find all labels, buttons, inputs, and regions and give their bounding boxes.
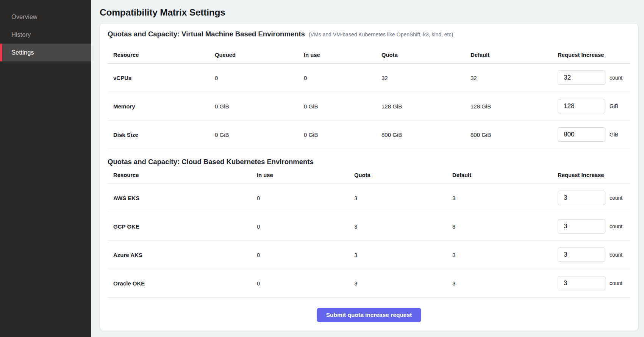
main-content: Compatibility Matrix Settings Quotas and… [91, 0, 644, 337]
cell-default: 3 [452, 252, 558, 258]
cloud-quota-table: Resource In use Quota Default Request In… [108, 166, 631, 298]
unit-label: GiB [610, 132, 618, 138]
vm-section-heading: Quotas and Capacity: Virtual Machine Bas… [108, 30, 630, 38]
table-row-azure-aks: Azure AKS 0 3 3 count [108, 241, 631, 269]
cloud-section-title: Quotas and Capacity: Cloud Based Kuberne… [108, 158, 630, 166]
unit-label: count [610, 75, 622, 81]
column-header-quota: Quota [381, 52, 470, 58]
cell-request-increase: GiB [558, 127, 631, 142]
aws-eks-request-increase-input[interactable] [558, 191, 605, 205]
cell-default: 800 GiB [470, 132, 558, 138]
sidebar-nav: Overview History Settings [0, 8, 91, 61]
page-title: Compatibility Matrix Settings [100, 7, 638, 18]
cell-in-use: 0 [257, 280, 354, 287]
cell-quota: 3 [354, 223, 452, 230]
column-header-request-increase: Request Increase [558, 172, 631, 178]
column-header-queued: Queued [215, 52, 304, 58]
button-row: Submit quota increase request [108, 308, 630, 322]
cell-in-use: 0 GiB [304, 132, 381, 138]
azure-aks-request-increase-input[interactable] [558, 248, 605, 262]
cell-in-use: 0 GiB [304, 103, 381, 110]
table-row-gcp-gke: GCP GKE 0 3 3 count [108, 212, 631, 241]
cell-quota: 32 [381, 75, 470, 81]
cell-resource: AWS EKS [108, 195, 257, 201]
gcp-gke-request-increase-input[interactable] [558, 219, 605, 234]
cell-in-use: 0 [257, 195, 354, 201]
sidebar-item-settings[interactable]: Settings [0, 44, 91, 61]
cell-in-use: 0 [257, 252, 354, 258]
cell-queued: 0 [215, 75, 304, 81]
cell-default: 32 [470, 75, 558, 81]
table-row-aws-eks: AWS EKS 0 3 3 count [108, 184, 631, 212]
vm-section-title: Quotas and Capacity: Virtual Machine Bas… [108, 30, 305, 38]
cell-quota: 3 [354, 195, 452, 201]
cell-in-use: 0 [257, 223, 354, 230]
cell-resource: GCP GKE [108, 223, 257, 230]
cell-quota: 3 [354, 252, 452, 258]
column-header-resource: Resource [108, 52, 215, 58]
column-header-quota: Quota [354, 172, 452, 178]
column-header-in-use: In use [257, 172, 354, 178]
table-row-vcpus: vCPUs 0 0 32 32 count [108, 64, 631, 92]
unit-label: count [610, 252, 622, 258]
column-header-resource: Resource [108, 172, 257, 178]
oracle-oke-request-increase-input[interactable] [558, 276, 605, 290]
table-row-oracle-oke: Oracle OKE 0 3 3 count [108, 269, 631, 298]
sidebar: Overview History Settings [0, 0, 91, 337]
cell-default: 128 GiB [470, 103, 558, 110]
cell-queued: 0 GiB [215, 132, 304, 138]
cell-resource: Oracle OKE [108, 280, 257, 287]
cell-request-increase: count [558, 219, 631, 234]
cell-default: 3 [452, 223, 558, 230]
sidebar-item-history[interactable]: History [0, 26, 91, 44]
sidebar-item-label: History [11, 31, 31, 38]
unit-label: count [610, 223, 622, 229]
vm-section-subtitle: (VMs and VM-based Kubernetes like OpenSh… [309, 31, 453, 38]
cloud-table-header: Resource In use Quota Default Request In… [108, 166, 631, 184]
cell-resource: vCPUs [108, 75, 215, 81]
cell-default: 3 [452, 280, 558, 287]
disk-size-request-increase-input[interactable] [558, 127, 605, 142]
cell-request-increase: count [558, 276, 631, 290]
sidebar-item-label: Overview [11, 13, 38, 20]
cell-resource: Disk Size [108, 132, 215, 138]
unit-label: count [610, 195, 622, 201]
column-header-request-increase: Request Increase [558, 52, 631, 58]
settings-card: Quotas and Capacity: Virtual Machine Bas… [100, 23, 638, 331]
submit-quota-increase-button[interactable]: Submit quota increase request [317, 308, 422, 322]
app-window: Overview History Settings Compatibility … [0, 0, 644, 337]
cell-quota: 800 GiB [381, 132, 470, 138]
vm-quota-table: Resource Queued In use Quota Default Req… [108, 46, 631, 149]
cell-request-increase: count [558, 248, 631, 262]
sidebar-item-label: Settings [11, 49, 34, 56]
cell-request-increase: count [558, 71, 631, 85]
cell-resource: Azure AKS [108, 252, 257, 258]
memory-request-increase-input[interactable] [558, 99, 605, 113]
sidebar-item-overview[interactable]: Overview [0, 8, 91, 26]
cell-request-increase: GiB [558, 99, 631, 113]
vcpus-request-increase-input[interactable] [558, 71, 605, 85]
cell-default: 3 [452, 195, 558, 201]
unit-label: count [610, 280, 622, 286]
vm-table-header: Resource Queued In use Quota Default Req… [108, 46, 631, 64]
unit-label: GiB [610, 103, 618, 109]
column-header-default: Default [452, 172, 558, 178]
cell-in-use: 0 [304, 75, 381, 81]
cell-queued: 0 GiB [215, 103, 304, 110]
cell-resource: Memory [108, 103, 215, 110]
table-row-memory: Memory 0 GiB 0 GiB 128 GiB 128 GiB GiB [108, 92, 631, 121]
cell-quota: 3 [354, 280, 452, 287]
cell-request-increase: count [558, 191, 631, 205]
table-row-disk-size: Disk Size 0 GiB 0 GiB 800 GiB 800 GiB Gi… [108, 121, 631, 149]
column-header-in-use: In use [304, 52, 381, 58]
cell-quota: 128 GiB [381, 103, 470, 110]
column-header-default: Default [470, 52, 558, 58]
